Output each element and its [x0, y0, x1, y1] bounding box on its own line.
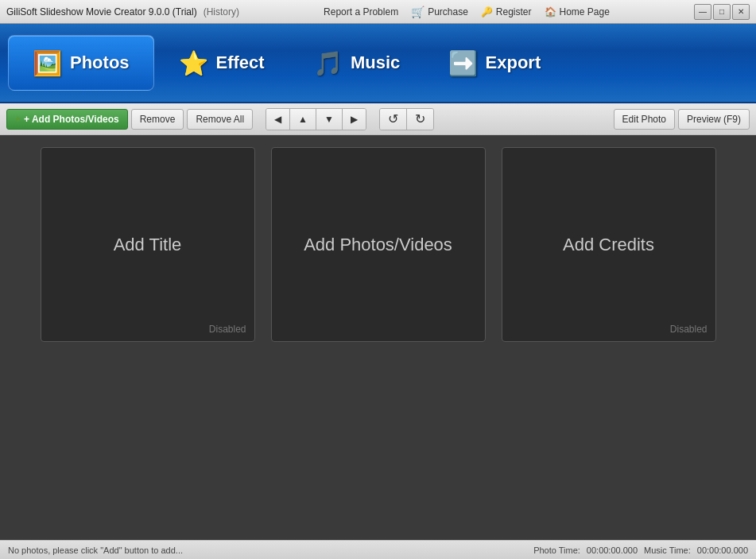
rotate-ccw-button[interactable]: ↺ — [380, 109, 407, 130]
preview-button[interactable]: Preview (F9) — [678, 109, 750, 130]
add-title-label: Add Title — [114, 235, 182, 255]
add-photos-button[interactable]: + + Add Photos/Videos — [6, 109, 128, 130]
effect-icon: ⭐ — [179, 49, 208, 77]
homepage-link[interactable]: 🏠 Home Page — [545, 6, 610, 17]
maximize-button[interactable]: □ — [713, 4, 731, 20]
home-icon: 🏠 — [545, 6, 556, 17]
key-icon: 🔑 — [481, 6, 493, 17]
tab-export[interactable]: ➡️ Export — [425, 35, 565, 91]
arrow-right-button[interactable]: ▶ — [343, 109, 366, 130]
add-photos-card[interactable]: Add Photos/Videos — [271, 147, 486, 342]
photo-time-value: 00:00:00.000 — [587, 545, 638, 555]
tab-effect-label: Effect — [216, 52, 265, 73]
remove-all-button[interactable]: Remove All — [187, 109, 253, 130]
tab-music-label: Music — [351, 52, 400, 73]
music-time-label: Music Time: — [644, 545, 691, 555]
remove-button[interactable]: Remove — [131, 109, 184, 130]
edit-photo-button[interactable]: Edit Photo — [614, 109, 675, 130]
export-icon: ➡️ — [448, 49, 478, 77]
report-problem-link[interactable]: Report a Problem — [324, 6, 398, 17]
tab-photos-label: Photos — [70, 52, 130, 73]
arrow-group: ◀ ▲ ▼ ▶ — [266, 108, 366, 130]
add-photos-label: Add Photos/Videos — [304, 235, 452, 255]
toolbar-right: Edit Photo Preview (F9) — [614, 109, 750, 130]
tab-export-label: Export — [486, 52, 541, 73]
tab-music[interactable]: 🎵 Music — [289, 35, 425, 91]
title-disabled-label: Disabled — [209, 324, 246, 335]
register-link[interactable]: 🔑 Register — [481, 6, 532, 17]
music-time-value: 00:00:00.000 — [697, 545, 748, 555]
tab-bar: 🖼️ Photos ⭐ Effect 🎵 Music ➡️ Export — [0, 24, 756, 103]
plus-icon: + — [15, 114, 21, 125]
add-title-card[interactable]: Add Title Disabled — [41, 147, 255, 342]
rotate-cw-button[interactable]: ↻ — [407, 109, 433, 130]
purchase-link[interactable]: 🛒 Purchase — [411, 6, 468, 18]
title-left: GiliSoft Slideshow Movie Creator 9.0.0 (… — [6, 6, 239, 17]
window-controls: — □ ✕ — [694, 4, 750, 20]
arrow-down-button[interactable]: ▼ — [316, 109, 343, 130]
status-message: No photos, please click "Add" button to … — [8, 545, 183, 555]
main-content: Add Title Disabled Add Photos/Videos Add… — [0, 135, 756, 540]
history-label: (History) — [204, 6, 239, 17]
credits-disabled-label: Disabled — [670, 324, 708, 335]
status-bar: No photos, please click "Add" button to … — [0, 540, 756, 559]
photos-icon: 🖼️ — [33, 49, 62, 77]
tab-effect[interactable]: ⭐ Effect — [154, 35, 289, 91]
tab-photos[interactable]: 🖼️ Photos — [8, 35, 154, 91]
app-title: GiliSoft Slideshow Movie Creator 9.0.0 (… — [6, 6, 197, 17]
music-icon: 🎵 — [313, 49, 343, 77]
arrow-up-button[interactable]: ▲ — [290, 109, 316, 130]
photo-time-label: Photo Time: — [533, 545, 580, 555]
minimize-button[interactable]: — — [694, 4, 711, 20]
toolbar: + + Add Photos/Videos Remove Remove All … — [0, 103, 756, 135]
add-credits-card[interactable]: Add Credits Disabled — [502, 147, 716, 342]
add-credits-label: Add Credits — [563, 235, 654, 255]
title-center: Report a Problem 🛒 Purchase 🔑 Register 🏠… — [324, 6, 610, 18]
time-info: Photo Time: 00:00:00.000 Music Time: 00:… — [533, 545, 748, 555]
title-bar: GiliSoft Slideshow Movie Creator 9.0.0 (… — [0, 0, 756, 24]
rotate-group: ↺ ↻ — [379, 108, 434, 130]
cart-icon: 🛒 — [411, 6, 425, 18]
close-button[interactable]: ✕ — [732, 4, 750, 20]
arrow-left-button[interactable]: ◀ — [266, 109, 290, 130]
